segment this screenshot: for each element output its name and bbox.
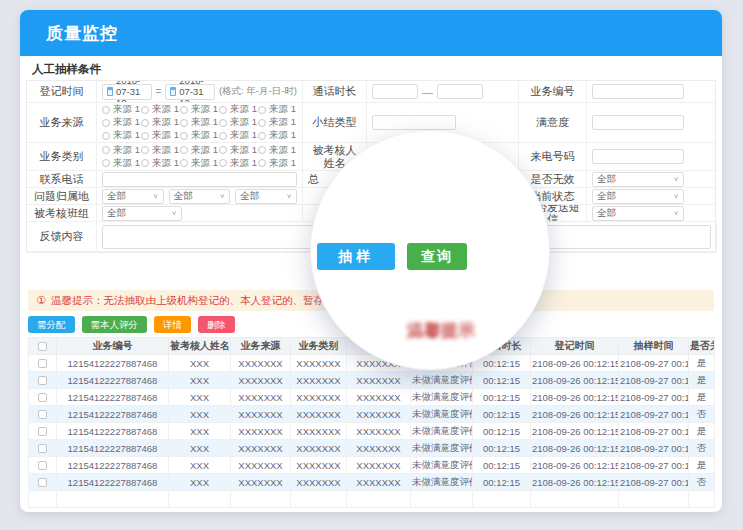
contact-phone-input[interactable]: [102, 172, 297, 187]
source-option-checkbox[interactable]: 来源 1: [219, 116, 258, 129]
table-row[interactable]: 12154122227887468XXXXXXXXXXXXXXXXXXXXXXX…: [29, 372, 715, 389]
source-option-checkbox[interactable]: 来源 1: [102, 129, 141, 142]
source-option-checkbox[interactable]: 来源 1: [141, 144, 180, 157]
sample-button[interactable]: 抽样: [317, 243, 395, 270]
table-row[interactable]: 12154122227887468XXXXXXXXXXXXXXXXXXXXXXX…: [29, 474, 715, 491]
call-duration-min-input[interactable]: [372, 84, 418, 99]
row-checkbox[interactable]: [38, 444, 47, 453]
business-source-label: 业务来源: [27, 103, 97, 143]
business-no-input[interactable]: [592, 84, 684, 99]
checkbox-circle-icon: [219, 106, 227, 114]
problem-region-select-2[interactable]: 全部∨: [169, 189, 231, 204]
source-option-checkbox[interactable]: 来源 1: [102, 157, 141, 170]
call-duration-label: 通话时长: [303, 81, 367, 103]
is-invalid-select[interactable]: 全部∨: [592, 172, 684, 187]
table-cell: XXXXXXX: [291, 457, 347, 474]
summary-type-input[interactable]: [372, 115, 456, 130]
source-option-checkbox[interactable]: 来源 1: [180, 144, 219, 157]
problem-region-select-3[interactable]: 全部∨: [235, 189, 297, 204]
source-option-checkbox[interactable]: 来源 1: [141, 116, 180, 129]
checkbox-circle-icon: [219, 159, 227, 167]
delete-button[interactable]: 删除: [198, 316, 235, 333]
table-row[interactable]: 12154122227887468XXXXXXXXXXXXXXXXXXXXXXX…: [29, 423, 715, 440]
chevron-down-icon: ∨: [171, 209, 177, 216]
business-no-label: 业务编号: [519, 81, 587, 103]
problem-region-select-1[interactable]: 全部∨: [102, 189, 164, 204]
source-option-checkbox[interactable]: 来源 1: [219, 129, 258, 142]
satisfaction-input[interactable]: [592, 115, 684, 130]
source-option-checkbox[interactable]: 来源 1: [219, 157, 258, 170]
checkbox-circle-icon: [141, 146, 149, 154]
table-cell: 未做满意度评价: [411, 440, 473, 457]
table-row[interactable]: 12154122227887468XXXXXXXXXXXXXXXXXXXXXXX…: [29, 355, 715, 372]
table-row[interactable]: 12154122227887468XXXXXXXXXXXXXXXXXXXXXXX…: [29, 440, 715, 457]
table-cell: XXX: [169, 457, 231, 474]
source-option-checkbox[interactable]: 来源 1: [141, 157, 180, 170]
query-button[interactable]: 查询: [407, 243, 467, 270]
source-option-checkbox[interactable]: 来源 1: [180, 103, 219, 116]
table-cell: 12154122227887468: [57, 423, 169, 440]
chevron-down-icon: ∨: [673, 209, 679, 216]
column-header: 是否关联: [689, 338, 715, 355]
caller-no-input[interactable]: [592, 149, 684, 164]
table-cell: XXXXXXX: [291, 474, 347, 491]
table-cell: XXXXXXX: [291, 355, 347, 372]
table-cell: 2108-09-27 00:12:15: [619, 406, 689, 423]
call-duration-max-input[interactable]: [437, 84, 483, 99]
checkbox-circle-icon: [141, 159, 149, 167]
source-option-checkbox[interactable]: 来源 1: [180, 116, 219, 129]
table-cell: XXXXXXX: [231, 423, 291, 440]
source-option-checkbox[interactable]: 来源 1: [102, 103, 141, 116]
table-cell: XXXXXXX: [291, 406, 347, 423]
table-cell: XXX: [169, 406, 231, 423]
magnifier-overlay: 抽样 查询 温馨提示: [310, 130, 550, 370]
source-option-checkbox[interactable]: 来源 1: [180, 157, 219, 170]
row-checkbox[interactable]: [38, 393, 47, 402]
table-row[interactable]: 12154122227887468XXXXXXXXXXXXXXXXXXXXXXX…: [29, 406, 715, 423]
summary-type-label: 小结类型: [303, 103, 367, 143]
table-row[interactable]: 12154122227887468XXXXXXXXXXXXXXXXXXXXXXX…: [29, 389, 715, 406]
assessee-team-select[interactable]: 全部∨: [102, 206, 182, 221]
source-option-checkbox[interactable]: 来源 1: [102, 116, 141, 129]
source-option-checkbox[interactable]: 来源 1: [258, 144, 297, 157]
row-checkbox[interactable]: [38, 478, 47, 487]
table-cell: XXXXXXX: [347, 406, 411, 423]
source-option-checkbox[interactable]: 来源 1: [219, 103, 258, 116]
option-label: 来源 1: [152, 157, 179, 170]
detail-button[interactable]: 详情: [154, 316, 191, 333]
need-assign-button[interactable]: 需分配: [28, 316, 75, 333]
current-status-select[interactable]: 全部∨: [592, 189, 684, 204]
table-cell: 2108-09-26 00:12:15: [531, 423, 619, 440]
row-checkbox[interactable]: [38, 376, 47, 385]
source-option-checkbox[interactable]: 来源 1: [141, 103, 180, 116]
row-checkbox[interactable]: [38, 359, 47, 368]
satisfaction-label: 满意度: [519, 103, 587, 143]
source-option-checkbox[interactable]: 来源 1: [180, 129, 219, 142]
row-checkbox[interactable]: [38, 410, 47, 419]
table-cell: 12154122227887468: [57, 440, 169, 457]
select-all-checkbox[interactable]: [38, 342, 47, 351]
register-time-from[interactable]: 2018-07-31 10: [102, 84, 152, 100]
row-checkbox[interactable]: [38, 427, 47, 436]
table-cell: 12154122227887468: [57, 372, 169, 389]
source-option-checkbox[interactable]: 来源 1: [219, 144, 258, 157]
register-time-to[interactable]: 2018-07-31 12: [165, 84, 215, 100]
contact-phone-label: 联系电话: [27, 171, 97, 188]
option-label: 来源 1: [230, 144, 257, 157]
send-sms-select[interactable]: 全部∨: [592, 206, 684, 221]
table-cell: 12154122227887468: [57, 389, 169, 406]
checkbox-circle-icon: [141, 132, 149, 140]
call-duration-fields: —: [367, 81, 519, 103]
row-checkbox[interactable]: [38, 461, 47, 470]
source-option-checkbox[interactable]: 来源 1: [258, 116, 297, 129]
table-row[interactable]: 12154122227887468XXXXXXXXXXXXXXXXXXXXXXX…: [29, 457, 715, 474]
date-format-hint: (格式: 年-月-日-时): [219, 85, 297, 98]
table-cell: XXXXXXX: [347, 389, 411, 406]
source-option-checkbox[interactable]: 来源 1: [102, 144, 141, 157]
results-table-wrap: 业务编号被考核人姓名业务来源业务类别满意度通话时长登记时间抽样时间是否关联121…: [28, 337, 714, 508]
need-self-score-button[interactable]: 需本人评分: [82, 316, 148, 333]
source-option-checkbox[interactable]: 来源 1: [258, 129, 297, 142]
source-option-checkbox[interactable]: 来源 1: [258, 103, 297, 116]
source-option-checkbox[interactable]: 来源 1: [141, 129, 180, 142]
source-option-checkbox[interactable]: 来源 1: [258, 157, 297, 170]
